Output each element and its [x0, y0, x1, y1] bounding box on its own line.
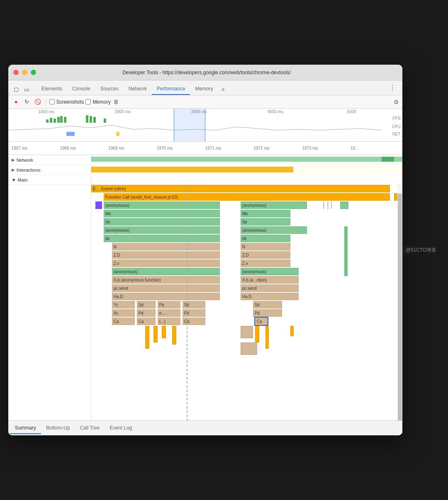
bottom-orange-4[interactable]: [172, 326, 176, 345]
pd1-block[interactable]: Pd: [137, 309, 156, 317]
flame-chart-container: E... Event (click) Function Call: [8, 185, 402, 420]
anonymous6-block[interactable]: (anonymous): [241, 268, 299, 275]
me2-block[interactable]: Me: [241, 210, 290, 217]
bottom-orange-6[interactable]: [265, 326, 269, 349]
had1-block[interactable]: Ha.D: [112, 293, 220, 300]
anonymous5-block[interactable]: (anonymous): [241, 226, 307, 234]
tab-performance[interactable]: Performance: [152, 83, 190, 95]
function-call-block[interactable]: Function Call (script_foot_closure.js:53…: [104, 193, 390, 201]
pa-block[interactable]: Pa: [158, 301, 180, 308]
anonymous1-block[interactable]: (anonymous): [104, 201, 220, 209]
tab-event-log[interactable]: Event Log: [105, 422, 137, 434]
me1-block[interactable]: Me: [104, 210, 220, 217]
maximize-button[interactable]: [31, 70, 36, 75]
window-title: Developer Tools - https://developers.goo…: [41, 70, 373, 75]
close-button[interactable]: [13, 70, 19, 75]
settings-button[interactable]: ⚙: [394, 99, 399, 105]
cursor-icon[interactable]: ⬡: [12, 85, 21, 94]
more-tabs-button[interactable]: »: [218, 83, 228, 95]
network-label[interactable]: ▶ Network: [8, 156, 91, 164]
tick-1970: 1970 ms: [157, 146, 205, 150]
sd3-block[interactable]: Sd: [253, 301, 282, 308]
edots-block[interactable]: e...: [158, 309, 180, 317]
memory-checkbox[interactable]: [85, 99, 91, 104]
flame-chart-main[interactable]: E... Event (click) Function Call: [91, 185, 402, 420]
sd2-block[interactable]: Sd: [183, 301, 205, 308]
bottom-orange-3[interactable]: [162, 326, 166, 338]
n2-block[interactable]: N: [241, 243, 290, 250]
zv1-block[interactable]: Z.v: [112, 260, 220, 267]
record-button[interactable]: ●: [12, 97, 21, 107]
ek1-block[interactable]: ek: [104, 235, 220, 242]
anonymous5-label: (anonymous): [242, 228, 266, 233]
me1-label: Me: [105, 211, 111, 216]
trash-button[interactable]: 🗑: [113, 99, 119, 105]
pd2-block[interactable]: Pd: [183, 309, 205, 317]
screenshots-checkbox[interactable]: [49, 99, 55, 104]
pd3-block[interactable]: Pd: [253, 309, 282, 317]
main-label[interactable]: ▼ Main: [8, 176, 91, 184]
tab-elements[interactable]: Elements: [37, 83, 67, 95]
reload-record-button[interactable]: ↻: [22, 97, 32, 107]
se1-block[interactable]: Se: [104, 218, 220, 226]
scrollbar[interactable]: [397, 185, 402, 420]
yc-block[interactable]: Yc: [112, 301, 135, 308]
scrollbar-thumb[interactable]: [398, 193, 402, 420]
bottom-tan-2[interactable]: [241, 342, 257, 355]
ek2-block[interactable]: ek: [241, 235, 290, 242]
interactions-arrow[interactable]: ▶: [12, 167, 15, 172]
xb2-block[interactable]: X.b.(a...ction): [241, 276, 299, 284]
bottom-orange-5[interactable]: [255, 326, 259, 342]
ca4-block[interactable]: Ca: [255, 318, 268, 325]
ca2-block[interactable]: Ca: [137, 318, 156, 325]
memory-checkbox-label[interactable]: Memory: [85, 99, 110, 105]
tab-console[interactable]: Console: [67, 83, 95, 95]
tab-summary[interactable]: Summary: [10, 422, 41, 434]
ek2-label: ek: [242, 236, 247, 241]
had2-block[interactable]: Ha.D: [241, 293, 299, 300]
se2-block[interactable]: Se: [241, 218, 290, 226]
tab-call-tree[interactable]: Call Tree: [75, 422, 105, 434]
had1-label: Ha.D: [114, 294, 123, 299]
event-click-block[interactable]: E... Event (click): [91, 185, 390, 192]
zv2-block[interactable]: Z.v: [241, 260, 290, 267]
n1-block[interactable]: N: [112, 243, 220, 250]
minimize-button[interactable]: [22, 70, 27, 75]
devtools-menu-button[interactable]: ⋮: [386, 82, 399, 93]
zd2-block[interactable]: Z.D: [241, 251, 290, 259]
screenshots-checkbox-label[interactable]: Screenshots: [49, 99, 84, 105]
xb1-block[interactable]: X.b.(anonymous function): [112, 276, 220, 284]
green-right-1[interactable]: [340, 201, 348, 209]
network-arrow[interactable]: ▶: [12, 158, 15, 162]
ca1-block[interactable]: Ca: [112, 318, 135, 325]
timeline-overview[interactable]: 1000 ms 2000 ms 3000 ms 4000 ms 5000: [8, 109, 402, 142]
sd1-block[interactable]: Sd: [137, 301, 156, 308]
timeline-selection[interactable]: [174, 109, 205, 141]
tab-network[interactable]: Network: [124, 83, 152, 95]
fn-call-r1[interactable]: [394, 193, 397, 201]
sd1-label: Sd: [139, 303, 144, 307]
anonymous3-block[interactable]: (anonymous): [112, 268, 220, 275]
bottom-orange-7[interactable]: [290, 326, 294, 336]
tab-bottom-up[interactable]: Bottom-Up: [41, 422, 75, 434]
ca3-block[interactable]: Ca: [183, 318, 205, 325]
interactions-label[interactable]: ▶ Interactions:: [8, 166, 91, 174]
bottom-orange-1[interactable]: [145, 326, 149, 349]
anonymous2-block[interactable]: (anonymous): [104, 226, 220, 234]
main-text: Main: [18, 177, 28, 182]
bottom-orange-2[interactable]: [153, 326, 158, 342]
pcsend2-block[interactable]: pc.send: [241, 284, 299, 292]
main-arrow[interactable]: ▼: [12, 177, 16, 182]
tab-sources[interactable]: Sources: [95, 83, 124, 95]
zd1-block[interactable]: Z.D: [112, 251, 220, 259]
clear-button[interactable]: 🚫: [33, 97, 42, 107]
anonymous4-block[interactable]: (anonymous): [241, 201, 307, 209]
purple-block[interactable]: [95, 201, 102, 209]
tab-memory[interactable]: Memory: [190, 83, 218, 95]
device-icon[interactable]: ▭: [22, 85, 32, 94]
pcsend1-block[interactable]: pc.send: [112, 284, 220, 292]
network-bar: [91, 157, 402, 162]
bottom-tan-1[interactable]: [241, 326, 253, 338]
xc-block[interactable]: Xc: [112, 309, 135, 317]
dots-block[interactable]: (...): [158, 318, 180, 325]
